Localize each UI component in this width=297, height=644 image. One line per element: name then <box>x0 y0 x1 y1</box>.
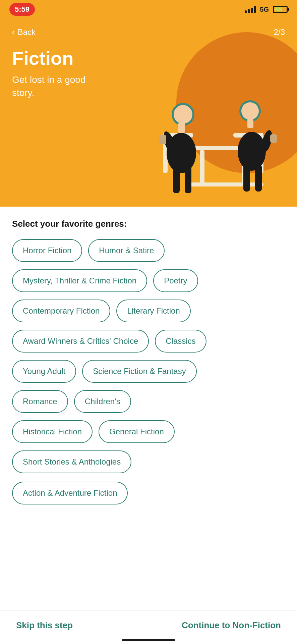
genre-chip-humor-satire[interactable]: Humor & Satire <box>88 239 165 262</box>
svg-rect-17 <box>247 119 253 128</box>
page-subtitle: Get lost in a good story. <box>12 73 99 99</box>
svg-rect-23 <box>255 165 262 192</box>
svg-point-15 <box>241 102 259 120</box>
svg-point-16 <box>238 132 266 171</box>
battery-fill <box>275 7 282 11</box>
genre-row-3: Contemporary Fiction Literary Fiction <box>12 300 285 322</box>
genres-container: Horror Fiction Humor & Satire Mystery, T… <box>12 239 285 513</box>
svg-rect-11 <box>178 123 185 133</box>
genre-chip-sci-fi-fantasy[interactable]: Science Fiction & Fantasy <box>82 360 196 383</box>
hero-section: ‹ Back 2/3 Fiction Get lost in a good st… <box>0 19 297 207</box>
battery-icon <box>273 6 288 13</box>
status-right: 5G <box>245 6 288 13</box>
genre-chip-short-stories[interactable]: Short Stories & Anthologies <box>12 450 131 473</box>
home-indicator <box>122 639 175 641</box>
genre-chip-contemporary-fiction[interactable]: Contemporary Fiction <box>12 300 110 322</box>
bottom-bar: Skip this step Continue to Non-Fiction <box>0 610 297 644</box>
nav-row: ‹ Back 2/3 <box>12 27 285 37</box>
genre-row-2: Mystery, Thriller & Crime Fiction Poetry <box>12 269 285 292</box>
continue-button[interactable]: Continue to Non-Fiction <box>182 620 281 631</box>
genre-chip-mystery-thriller[interactable]: Mystery, Thriller & Crime Fiction <box>12 269 147 292</box>
back-chevron-icon: ‹ <box>12 27 15 37</box>
signal-bars-icon <box>245 6 256 13</box>
section-label: Select your favorite genres: <box>12 219 285 229</box>
svg-rect-20 <box>173 166 180 193</box>
genre-chip-literary-fiction[interactable]: Literary Fiction <box>116 300 190 322</box>
genre-chip-action-adventure[interactable]: Action & Adventure Fiction <box>12 482 128 504</box>
svg-rect-19 <box>270 134 277 143</box>
genre-chip-historical-fiction[interactable]: Historical Fiction <box>12 420 93 443</box>
hero-illustration <box>136 52 297 207</box>
genre-row-8: Short Stories & Anthologies <box>12 450 285 473</box>
svg-rect-22 <box>243 165 250 192</box>
genre-chip-classics[interactable]: Classics <box>155 330 206 353</box>
genre-chip-childrens[interactable]: Children's <box>74 390 131 413</box>
genre-chip-romance[interactable]: Romance <box>12 390 68 413</box>
genre-chip-horror-fiction[interactable]: Horror Fiction <box>12 239 82 262</box>
svg-point-9 <box>174 105 192 124</box>
svg-rect-1 <box>200 150 204 184</box>
genre-row-5: Young Adult Science Fiction & Fantasy <box>12 360 285 383</box>
back-label: Back <box>18 28 36 37</box>
genre-chip-general-fiction[interactable]: General Fiction <box>99 420 175 443</box>
genre-row-9: Action & Adventure Fiction <box>12 481 285 505</box>
network-type: 5G <box>260 6 269 13</box>
status-bar: 5:59 5G <box>0 0 297 19</box>
genre-row-4: Award Winners & Critics' Choice Classics <box>12 330 285 353</box>
svg-rect-13 <box>159 135 166 144</box>
skip-button[interactable]: Skip this step <box>16 620 73 631</box>
genre-chip-poetry[interactable]: Poetry <box>153 269 198 292</box>
genre-row-7: Historical Fiction General Fiction <box>12 420 285 443</box>
genre-row-6: Romance Children's <box>12 390 285 413</box>
genre-chip-young-adult[interactable]: Young Adult <box>12 360 76 383</box>
genre-chip-award-winners[interactable]: Award Winners & Critics' Choice <box>12 330 149 353</box>
status-time: 5:59 <box>9 3 35 16</box>
back-button[interactable]: ‹ Back <box>12 27 36 37</box>
genre-row-1: Horror Fiction Humor & Satire <box>12 239 285 262</box>
svg-rect-21 <box>185 166 191 193</box>
content-section: Select your favorite genres: Horror Fict… <box>0 207 297 553</box>
svg-rect-3 <box>190 182 263 186</box>
page-title: Fiction <box>12 47 285 69</box>
page-counter: 2/3 <box>274 28 285 37</box>
